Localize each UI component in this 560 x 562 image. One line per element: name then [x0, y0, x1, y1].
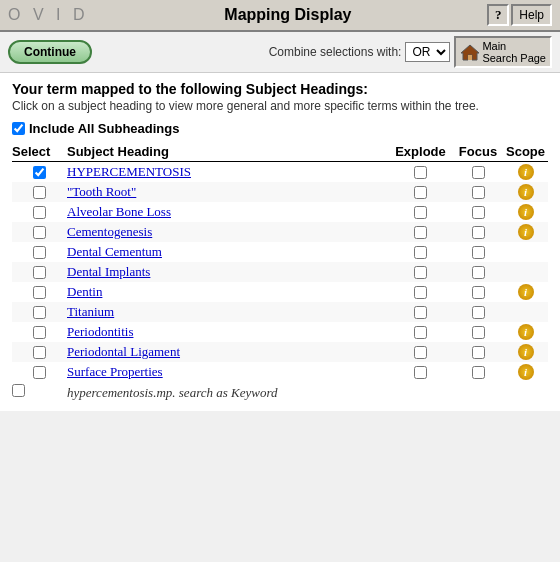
focus-checkbox-8[interactable]	[472, 306, 485, 319]
focus-checkbox-7[interactable]	[472, 286, 485, 299]
focus-checkbox-6[interactable]	[472, 266, 485, 279]
table-row: "Tooth Root"i	[12, 182, 548, 202]
table-row: Dentini	[12, 282, 548, 302]
focus-cell-9	[453, 326, 503, 339]
mapped-subtitle: Click on a subject heading to view more …	[12, 99, 548, 113]
select-checkbox-11[interactable]	[33, 366, 46, 379]
subject-heading-9[interactable]: Periodontitis	[67, 324, 388, 340]
keyword-row: hypercementosis.mp. search as Keyword	[12, 382, 548, 403]
explode-checkbox-5[interactable]	[414, 246, 427, 259]
table-row: Periodontitisi	[12, 322, 548, 342]
select-checkbox-6[interactable]	[33, 266, 46, 279]
scope-info-icon-7[interactable]: i	[518, 284, 534, 300]
explode-checkbox-7[interactable]	[414, 286, 427, 299]
scope-info-icon-11[interactable]: i	[518, 364, 534, 380]
select-checkbox-8[interactable]	[33, 306, 46, 319]
select-checkbox-7[interactable]	[33, 286, 46, 299]
combine-area: Combine selections with: OR AND MainSear…	[269, 36, 552, 68]
scope-info-icon-2[interactable]: i	[518, 184, 534, 200]
help-button[interactable]: Help	[511, 4, 552, 26]
subject-heading-8[interactable]: Titanium	[67, 304, 388, 320]
table-row: Periodontal Ligamenti	[12, 342, 548, 362]
main-search-button[interactable]: MainSearch Page	[454, 36, 552, 68]
select-checkbox-3[interactable]	[33, 206, 46, 219]
subject-heading-3[interactable]: Alveolar Bone Loss	[67, 204, 388, 220]
explode-checkbox-8[interactable]	[414, 306, 427, 319]
subject-heading-7[interactable]: Dentin	[67, 284, 388, 300]
row-select-2	[12, 186, 67, 199]
row-select-3	[12, 206, 67, 219]
scope-info-icon-10[interactable]: i	[518, 344, 534, 360]
explode-checkbox-3[interactable]	[414, 206, 427, 219]
explode-checkbox-1[interactable]	[414, 166, 427, 179]
explode-checkbox-11[interactable]	[414, 366, 427, 379]
select-checkbox-5[interactable]	[33, 246, 46, 259]
continue-button[interactable]: Continue	[8, 40, 92, 64]
include-subheadings-label: Include All Subheadings	[29, 121, 179, 136]
logo: O V I D	[8, 6, 89, 24]
header: O V I D Mapping Display ? Help	[0, 0, 560, 32]
help-question-button[interactable]: ?	[487, 4, 509, 26]
subject-heading-11[interactable]: Surface Properties	[67, 364, 388, 380]
scope-info-icon-3[interactable]: i	[518, 204, 534, 220]
subject-heading-1[interactable]: HYPERCEMENTOSIS	[67, 164, 388, 180]
keyword-checkbox[interactable]	[12, 384, 25, 397]
explode-checkbox-10[interactable]	[414, 346, 427, 359]
scope-cell-1: i	[503, 164, 548, 180]
select-checkbox-10[interactable]	[33, 346, 46, 359]
toolbar: Continue Combine selections with: OR AND…	[0, 32, 560, 73]
explode-cell-11	[388, 366, 453, 379]
select-checkbox-1[interactable]	[33, 166, 46, 179]
scope-cell-7: i	[503, 284, 548, 300]
combine-select[interactable]: OR AND	[405, 42, 450, 62]
row-select-10	[12, 346, 67, 359]
include-subheadings-checkbox[interactable]	[12, 122, 25, 135]
row-select-4	[12, 226, 67, 239]
focus-checkbox-3[interactable]	[472, 206, 485, 219]
row-select-5	[12, 246, 67, 259]
select-checkbox-2[interactable]	[33, 186, 46, 199]
explode-cell-10	[388, 346, 453, 359]
focus-checkbox-2[interactable]	[472, 186, 485, 199]
focus-checkbox-11[interactable]	[472, 366, 485, 379]
table-row: Dental Cementum	[12, 242, 548, 262]
explode-checkbox-4[interactable]	[414, 226, 427, 239]
svg-rect-1	[468, 55, 472, 60]
explode-cell-4	[388, 226, 453, 239]
focus-checkbox-10[interactable]	[472, 346, 485, 359]
content-area: Your term mapped to the following Subjec…	[0, 73, 560, 411]
scope-cell-2: i	[503, 184, 548, 200]
focus-checkbox-9[interactable]	[472, 326, 485, 339]
select-checkbox-4[interactable]	[33, 226, 46, 239]
mapped-title: Your term mapped to the following Subjec…	[12, 81, 548, 97]
subject-heading-2[interactable]: "Tooth Root"	[67, 184, 388, 200]
focus-cell-3	[453, 206, 503, 219]
scope-info-icon-1[interactable]: i	[518, 164, 534, 180]
focus-cell-4	[453, 226, 503, 239]
focus-checkbox-1[interactable]	[472, 166, 485, 179]
scope-info-icon-4[interactable]: i	[518, 224, 534, 240]
select-checkbox-9[interactable]	[33, 326, 46, 339]
main-search-label: MainSearch Page	[482, 40, 546, 64]
focus-checkbox-4[interactable]	[472, 226, 485, 239]
subject-heading-6[interactable]: Dental Implants	[67, 264, 388, 280]
scope-cell-4: i	[503, 224, 548, 240]
table-row: Dental Implants	[12, 262, 548, 282]
explode-checkbox-6[interactable]	[414, 266, 427, 279]
row-select-6	[12, 266, 67, 279]
explode-checkbox-9[interactable]	[414, 326, 427, 339]
subject-heading-4[interactable]: Cementogenesis	[67, 224, 388, 240]
explode-cell-5	[388, 246, 453, 259]
subject-heading-5[interactable]: Dental Cementum	[67, 244, 388, 260]
col-header-scope: Scope	[503, 144, 548, 159]
explode-cell-7	[388, 286, 453, 299]
table-row: Surface Propertiesi	[12, 362, 548, 382]
focus-cell-7	[453, 286, 503, 299]
focus-cell-10	[453, 346, 503, 359]
subject-heading-table: HYPERCEMENTOSISi"Tooth Root"iAlveolar Bo…	[12, 162, 548, 382]
scope-info-icon-9[interactable]: i	[518, 324, 534, 340]
subject-heading-10[interactable]: Periodontal Ligament	[67, 344, 388, 360]
scope-cell-3: i	[503, 204, 548, 220]
focus-checkbox-5[interactable]	[472, 246, 485, 259]
explode-checkbox-2[interactable]	[414, 186, 427, 199]
